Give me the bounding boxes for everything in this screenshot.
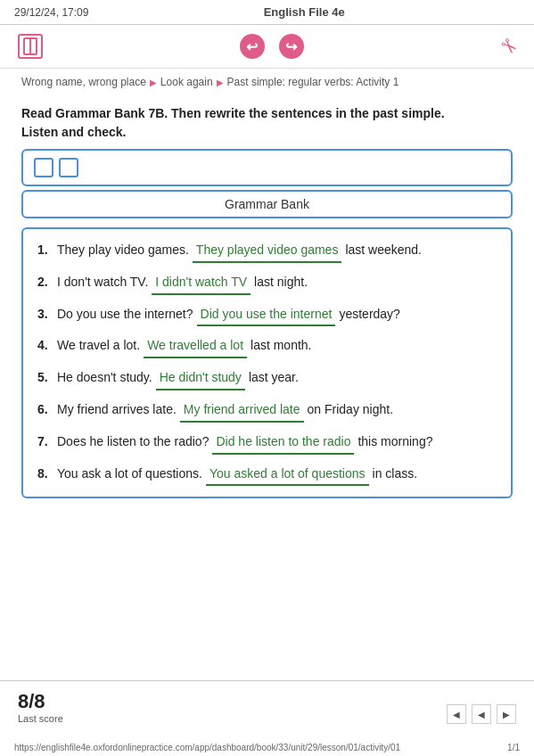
table-row: 4. We travel a lot. We travelled a lot l… [37,335,497,358]
item-text-8: You ask a lot of questions. [57,464,202,485]
url-text: https://englishfile4e.oxfordonlinepracti… [14,743,400,752]
suffix-5: last year. [249,367,299,389]
suffix-4: last month. [251,335,311,357]
next-page-button[interactable]: ▶ [497,704,516,724]
table-row: 7. Does he listen to the radio? Did he l… [37,431,497,455]
url-bar: https://englishfile4e.oxfordonlinepracti… [0,743,534,752]
suffix-7: this morning? [357,431,432,453]
exercise-box: 1. They play video games. They played vi… [21,227,513,498]
prev-page-button-2[interactable]: ◀ [472,704,491,724]
breadcrumb: Wrong name, wrong place ▶ Look again ▶ P… [0,69,534,95]
page-num: 1/1 [507,743,520,752]
score-value: 8/8 [18,690,63,713]
undo-icon: ↩ [246,38,258,55]
answer-4: We travelled a lot [144,335,247,358]
grammar-bank-label: Grammar Bank [21,190,513,218]
item-num-8: 8. [37,464,53,485]
instruction-text: Read Grammar Bank 7B. Then rewrite the s… [0,95,534,149]
book-icon-btn[interactable] [18,34,43,59]
breadcrumb-arrow-2: ▶ [217,78,224,87]
suffix-8: in class. [373,464,418,485]
breadcrumb-arrow-1: ▶ [150,78,157,87]
table-row: 3. Do you use the internet? Did you use … [37,304,497,327]
instruction-bold: Read Grammar Bank 7B. Then rewrite the s… [21,106,445,139]
table-row: 6. My friend arrives late. My friend arr… [37,399,497,423]
bottom-bar: 8/8 Last score ◀ ◀ ▶ [0,680,534,729]
grammar-bank-wrapper: Grammar Bank [0,149,534,218]
answer-7: Did he listen to the radio [212,431,354,455]
item-num-3: 3. [37,304,53,325]
item-num-5: 5. [37,367,53,389]
item-num-2: 2. [37,272,53,293]
undo-button[interactable]: ↩ [240,34,265,59]
table-row: 8. You ask a lot of questions. You asked… [37,464,497,487]
page-title: English File 4e [264,5,345,19]
item-num-7: 7. [37,431,53,453]
suffix-2: last night. [254,272,308,293]
table-row: 5. He doesn't study. He didn't study las… [37,367,497,390]
prev-page-button[interactable]: ◀ [447,704,466,724]
item-text-5: He doesn't study. [57,367,152,389]
suffix-3: yesterday? [339,304,399,325]
answer-2: I didn't watch TV [152,272,251,295]
answer-5: He didn't study [156,367,245,390]
pagination: ◀ ◀ ▶ [447,704,516,724]
grammar-bank-top-box [21,149,513,186]
scissors-button[interactable]: ✂ [500,35,516,58]
undo-redo-group: ↩ ↪ [240,34,304,59]
square-box-2 [59,158,78,177]
breadcrumb-item-1[interactable]: Wrong name, wrong place [21,76,146,88]
table-row: 2. I don't watch TV. I didn't watch TV l… [37,272,497,295]
top-status-bar: 29/12/24, 17:09 English File 4e [0,0,534,25]
score-section: 8/8 Last score [18,690,63,724]
item-text-4: We travel a lot. [57,335,140,357]
item-text-3: Do you use the internet? [57,304,193,325]
square-box-1 [34,158,53,177]
answer-8: You asked a lot of questions [206,464,369,487]
item-text-2: I don't watch TV. [57,272,148,293]
item-num-4: 4. [37,335,53,357]
score-label: Last score [18,713,63,724]
item-text-7: Does he listen to the radio? [57,431,209,453]
breadcrumb-item-3[interactable]: Past simple: regular verbs: Activity 1 [227,76,399,88]
book-icon [18,34,43,59]
table-row: 1. They play video games. They played vi… [37,240,497,263]
answer-1: They played video games [193,240,342,263]
date-time: 29/12/24, 17:09 [14,6,88,19]
redo-icon: ↪ [285,38,297,55]
nav-bar: ↩ ↪ ✂ [0,25,534,69]
suffix-1: last weekend. [345,240,422,261]
breadcrumb-item-2[interactable]: Look again [160,76,213,88]
item-num-6: 6. [37,399,53,421]
suffix-6: on Friday night. [308,399,394,421]
item-text-6: My friend arrives late. [57,399,177,421]
redo-button[interactable]: ↪ [279,34,304,59]
svg-rect-0 [24,38,37,54]
scissors-icon: ✂ [494,32,522,60]
answer-3: Did you use the internet [197,304,336,327]
item-num-1: 1. [37,240,53,261]
answer-6: My friend arrived late [180,399,304,423]
item-text-1: They play video games. [57,240,189,261]
